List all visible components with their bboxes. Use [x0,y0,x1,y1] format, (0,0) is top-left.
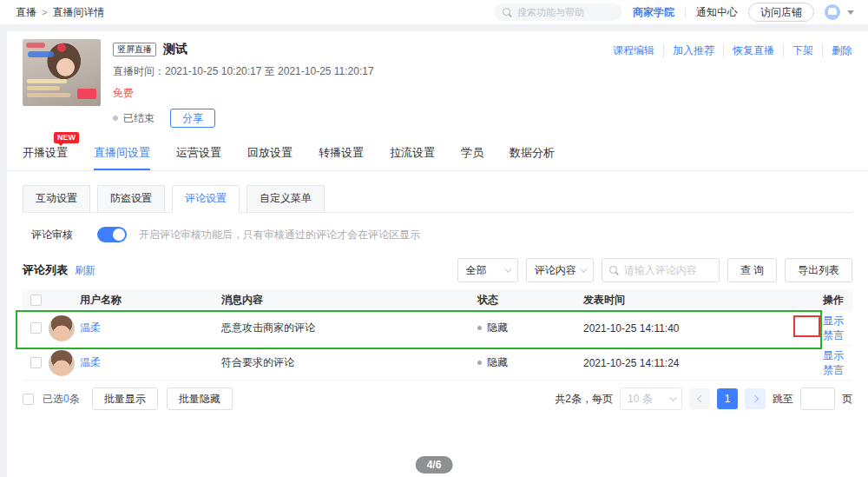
divider [685,7,686,17]
topbar-right: 商家学院 通知中心 访问店铺 [494,3,854,22]
tab-data-analysis[interactable]: 数据分析 [510,145,555,170]
user-name-link[interactable]: 温柔 [80,321,101,335]
search-icon [609,266,619,275]
thumbnail-live-button [77,89,96,99]
show-comment-link[interactable]: 显示 [823,349,844,361]
user-avatar-image [49,315,75,341]
tab-students[interactable]: 学员 [461,145,483,170]
comment-search[interactable] [602,258,720,282]
stream-info: 竖屏直播 测试 直播时间：2021-10-25 10:20:17 至 2021-… [113,39,374,128]
tab-replay-settings[interactable]: 回放设置 [247,145,293,170]
footer-select-checkbox[interactable] [23,394,34,405]
resume-live-link[interactable]: 恢复直播 [724,43,784,58]
subtab-comments[interactable]: 评论设置 [172,185,240,212]
chevron-down-icon [504,265,511,272]
status-dot [477,326,482,330]
comment-status: 隐藏 [487,355,508,370]
header-time: 发表时间 [583,293,799,308]
mute-user-link[interactable]: 禁言 [823,364,844,376]
comment-search-input[interactable] [624,264,711,276]
unpublish-link[interactable]: 下架 [784,43,823,58]
table-footer: 已选0条 批量显示 批量隐藏 共2条，每页 10 条 1 跳至 页 [23,388,852,410]
live-room-detail-page: 直播 > 直播间详情 商家学院 通知中心 访问店铺 [0,0,868,477]
notification-center-link[interactable]: 通知中心 [696,5,738,20]
orientation-tag: 竖屏直播 [113,43,156,56]
table-row: 温柔 符合要求的评论 隐藏 2021-10-25 14:11:24 显示 禁言 [23,346,852,381]
jump-page-input[interactable] [800,388,835,410]
add-recommend-link[interactable]: 加入推荐 [664,43,724,58]
comment-time: 2021-10-25 14:11:40 [583,322,799,335]
next-page-button[interactable] [745,388,766,409]
chevron-down-icon [669,394,676,401]
tab-relay-settings[interactable]: 转播设置 [319,145,364,170]
header-user: 用户名称 [49,293,221,308]
table-header-row: 用户名称 消息内容 状态 发表时间 操作 [23,289,852,311]
pagination: 共2条，每页 10 条 1 跳至 页 [555,388,852,410]
user-avatar-image [49,350,75,376]
refresh-link[interactable]: 刷新 [75,263,95,278]
selected-count: 0 [63,393,69,405]
prev-page-button[interactable] [689,388,710,409]
share-button[interactable]: 分享 [170,109,215,128]
field-filter-value: 评论内容 [535,263,576,278]
row-checkbox[interactable] [30,322,42,334]
comment-time: 2021-10-25 14:11:24 [583,357,799,369]
header-message: 消息内容 [221,293,477,308]
status-filter-value: 全部 [466,263,487,278]
export-list-button[interactable]: 导出列表 [785,258,852,282]
selected-count-text: 已选0条 [43,392,80,407]
subtab-antitheft[interactable]: 防盗设置 [97,185,165,212]
content-card: 竖屏直播 测试 直播时间：2021-10-25 10:20:17 至 2021-… [7,31,868,477]
tab-operation-settings[interactable]: 运营设置 [176,145,221,170]
status-dot [113,116,118,121]
price-label: 免费 [113,86,374,101]
comment-message: 恶意攻击商家的评论 [221,321,477,335]
breadcrumb-current: 直播间详情 [52,5,104,20]
tab-broadcast-settings[interactable]: 开播设置 NEW [23,145,68,170]
breadcrumb-live[interactable]: 直播 [16,5,36,20]
thumbnail-chat-overlay [28,51,54,57]
batch-hide-button[interactable]: 批量隐藏 [167,388,233,410]
search-icon [503,8,512,17]
store-avatar[interactable] [825,4,840,20]
tab-pullstream-settings[interactable]: 拉流设置 [390,145,435,170]
subtab-interaction[interactable]: 互动设置 [23,185,90,212]
global-search-input[interactable] [517,7,613,17]
chevron-left-icon [697,395,704,402]
mute-user-link[interactable]: 禁言 [823,329,844,341]
thumbnail-comment-line [27,93,70,97]
comment-table: 用户名称 消息内容 状态 发表时间 操作 温柔 恶意攻击商家的评论 隐藏 202… [23,289,852,381]
query-button[interactable]: 查 询 [727,258,777,282]
global-search[interactable] [494,3,622,21]
stream-time: 直播时间：2021-10-25 10:20:17 至 2021-10-25 11… [113,64,374,79]
comment-audit-row: 评论审核 开启评论审核功能后，只有审核通过的评论才会在评论区显示 [31,227,852,242]
subtab-custom-menu[interactable]: 自定义菜单 [247,185,325,212]
comment-list-toolbar: 评论列表 刷新 全部 评论内容 查 询 导出列表 [23,258,852,282]
main-tabs: 开播设置 NEW 直播间设置 运营设置 回放设置 转播设置 拉流设置 学员 数据… [7,145,868,171]
batch-show-button[interactable]: 批量显示 [92,388,158,410]
breadcrumb-separator: > [42,7,47,17]
delete-link[interactable]: 删除 [823,43,852,58]
merchant-academy-link[interactable]: 商家学院 [633,5,674,20]
tab-liveroom-settings[interactable]: 直播间设置 [94,145,150,170]
selected-prefix: 已选 [43,393,63,405]
user-name-link[interactable]: 温柔 [80,355,101,370]
total-count-text: 共2条，每页 [555,392,613,407]
header-status: 状态 [477,293,583,308]
chevron-right-icon [752,395,759,402]
edit-course-link[interactable]: 课程编辑 [604,43,664,58]
row-checkbox[interactable] [30,357,42,368]
current-page-button[interactable]: 1 [717,388,738,409]
page-size-value: 10 条 [628,392,653,407]
page-size-select[interactable]: 10 条 [620,388,682,410]
status-filter-select[interactable]: 全部 [457,258,518,282]
list-title: 评论列表 [23,262,68,278]
stream-title: 测试 [163,42,187,57]
select-all-checkbox[interactable] [30,295,42,306]
audit-toggle[interactable] [97,227,127,242]
page-indicator-badge: 4/6 [416,456,453,474]
show-comment-link[interactable]: 显示 [823,315,844,327]
field-filter-select[interactable]: 评论内容 [526,258,594,282]
chevron-down-icon[interactable] [847,10,854,15]
visit-shop-button[interactable]: 访问店铺 [748,3,814,22]
